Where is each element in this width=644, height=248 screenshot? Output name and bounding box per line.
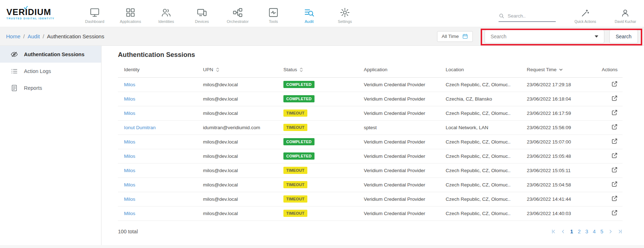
status-badge: COMPLETED bbox=[283, 81, 314, 88]
location-cell: Czech Republic, CZ, Olomuc.. bbox=[440, 77, 521, 92]
request-time-cell: 23/06/2022 14:41:44 bbox=[521, 192, 592, 206]
request-time-cell: 23/06/2022 15:07:00 bbox=[521, 135, 592, 149]
nav-item-devices[interactable]: Devices bbox=[184, 4, 220, 24]
search-type-dropdown[interactable]: Search bbox=[485, 30, 604, 43]
pagination-page-1[interactable]: 1 bbox=[570, 229, 573, 234]
request-time-cell: 23/06/2022 15:04:58 bbox=[521, 178, 592, 192]
upn-cell: milos@dev.local bbox=[197, 92, 277, 106]
sidebar-item-action-logs[interactable]: Action Logs bbox=[0, 63, 101, 79]
status-badge: COMPLETED bbox=[283, 138, 314, 145]
sidebar: Authentication Sessions Action Logs Repo… bbox=[0, 46, 101, 245]
session-details-icon[interactable] bbox=[611, 81, 618, 87]
pagination-page-5[interactable]: 5 bbox=[600, 229, 603, 234]
request-time-cell: 23/06/2022 15:05:11 bbox=[521, 163, 592, 178]
nav-item-dashboard[interactable]: Dashboard bbox=[77, 4, 113, 24]
request-time-cell: 23/06/2022 15:56:09 bbox=[521, 120, 592, 135]
upn-cell: milos@dev.local bbox=[197, 163, 277, 178]
application-cell: Veridium Credential Provider bbox=[358, 178, 440, 192]
upn-cell: idumitran@veridiumid.com bbox=[197, 120, 277, 135]
session-details-icon[interactable] bbox=[611, 124, 618, 130]
location-cell: Czech Republic, CZ, Olomuc.. bbox=[440, 206, 521, 220]
pagination-next-button[interactable] bbox=[608, 229, 613, 234]
brand-name: VERIDIUM bbox=[6, 8, 73, 17]
pagination-first-button[interactable] bbox=[551, 229, 556, 234]
upn-cell: milos@dev.local bbox=[197, 192, 277, 206]
identity-link[interactable]: Milos bbox=[124, 139, 135, 145]
quick-actions-button[interactable]: Quick Actions bbox=[574, 9, 596, 24]
breadcrumb: Home / Audit / Authentication Sessions bbox=[6, 33, 104, 39]
session-details-icon[interactable] bbox=[611, 195, 618, 201]
nav-label: Applications bbox=[120, 19, 141, 24]
nav-item-settings[interactable]: Settings bbox=[327, 4, 363, 24]
nav-item-audit[interactable]: Audit bbox=[291, 4, 327, 24]
identity-link[interactable]: Milos bbox=[124, 111, 135, 116]
nav-item-identities[interactable]: Identities bbox=[148, 4, 184, 24]
sidebar-item-reports[interactable]: Reports bbox=[0, 79, 101, 96]
session-details-icon[interactable] bbox=[611, 181, 618, 187]
application-cell: sptest bbox=[358, 120, 440, 135]
identity-link[interactable]: Milos bbox=[124, 211, 135, 216]
breadcrumb-audit[interactable]: Audit bbox=[28, 33, 40, 39]
pagination-page-2[interactable]: 2 bbox=[578, 229, 581, 234]
applications-icon bbox=[125, 7, 136, 18]
application-cell: Veridium Credential Provider bbox=[358, 77, 440, 92]
status-badge: TIMEOUT bbox=[283, 195, 307, 203]
identity-link[interactable]: Milos bbox=[124, 82, 135, 87]
application-cell: Veridium Credential Provider bbox=[358, 163, 440, 178]
upn-cell: milos@dev.local bbox=[197, 77, 277, 92]
identity-link[interactable]: Milos bbox=[124, 182, 135, 188]
column-header-identity: Identity bbox=[118, 62, 197, 77]
table-row: Milos milos@dev.local TIMEOUT Veridium C… bbox=[118, 192, 623, 206]
sidebar-item-authentication-sessions[interactable]: Authentication Sessions bbox=[0, 46, 101, 63]
session-details-icon[interactable] bbox=[611, 152, 618, 159]
user-menu[interactable]: David Kuchar bbox=[615, 9, 636, 24]
pagination-page-3[interactable]: 3 bbox=[585, 229, 588, 234]
location-cell: Czech Republic, CZ, Olomuc.. bbox=[440, 163, 521, 178]
pagination-pages: 12345 bbox=[570, 229, 603, 234]
column-header-actions: Actions bbox=[592, 62, 623, 77]
search-button[interactable]: Search bbox=[609, 30, 638, 43]
column-header-request-time[interactable]: Request Time bbox=[521, 62, 592, 77]
breadcrumb-separator: / bbox=[23, 33, 25, 39]
veridium-logo[interactable]: VERIDIUM TRUSTED DIGITAL IDENTITY bbox=[6, 8, 73, 20]
table-row: Milos milos@dev.local COMPLETED Veridium… bbox=[118, 149, 623, 163]
sidebar-item-label: Action Logs bbox=[24, 68, 51, 74]
topbar-right: Quick Actions David Kuchar bbox=[499, 4, 644, 24]
user-icon bbox=[621, 9, 630, 18]
request-time-cell: 23/06/2022 14:40:03 bbox=[521, 206, 592, 220]
session-details-icon[interactable] bbox=[611, 95, 618, 101]
identity-link[interactable]: Milos bbox=[124, 154, 135, 159]
orchestrator-icon bbox=[232, 7, 243, 18]
identity-link[interactable]: Milos bbox=[124, 96, 135, 102]
nav-item-applications[interactable]: Applications bbox=[113, 4, 148, 24]
session-details-icon[interactable] bbox=[611, 167, 618, 173]
search-type-dropdown-value: Search bbox=[491, 34, 506, 39]
identity-link[interactable]: Milos bbox=[124, 196, 135, 202]
global-search-input[interactable] bbox=[507, 13, 550, 19]
logo-check-icon bbox=[24, 6, 28, 9]
pagination-last-button[interactable] bbox=[618, 229, 623, 234]
nav-item-orchestrator[interactable]: Orchestrator bbox=[220, 4, 256, 24]
column-header-status[interactable]: Status bbox=[277, 62, 358, 77]
request-time-cell: 23/06/2022 16:18:04 bbox=[521, 92, 592, 106]
column-header-upn[interactable]: UPN bbox=[197, 62, 277, 77]
content: Authentication Sessions Action Logs Repo… bbox=[0, 46, 644, 245]
identity-link[interactable]: Ionut Dumitran bbox=[124, 125, 156, 130]
session-details-icon[interactable] bbox=[611, 138, 618, 144]
session-details-icon[interactable] bbox=[611, 110, 618, 116]
session-details-icon[interactable] bbox=[611, 210, 618, 216]
main-panel: Authentication Sessions Identity UPN bbox=[101, 46, 644, 245]
pagination-page-4[interactable]: 4 bbox=[593, 229, 596, 234]
column-header-location: Location bbox=[440, 62, 521, 77]
user-name-label: David Kuchar bbox=[615, 20, 636, 24]
nav-item-tools[interactable]: Tools bbox=[256, 4, 291, 24]
breadcrumb-home[interactable]: Home bbox=[6, 33, 20, 39]
application-cell: Veridium Credential Provider bbox=[358, 206, 440, 220]
sidebar-item-label: Reports bbox=[24, 85, 42, 91]
quick-actions-label: Quick Actions bbox=[574, 20, 596, 24]
sort-both-icon bbox=[299, 67, 303, 72]
main-nav: Dashboard Applications Identities Device… bbox=[77, 4, 363, 24]
pagination-prev-button[interactable] bbox=[561, 229, 566, 234]
identity-link[interactable]: Milos bbox=[124, 168, 135, 173]
time-filter-button[interactable]: All Time bbox=[437, 31, 473, 42]
